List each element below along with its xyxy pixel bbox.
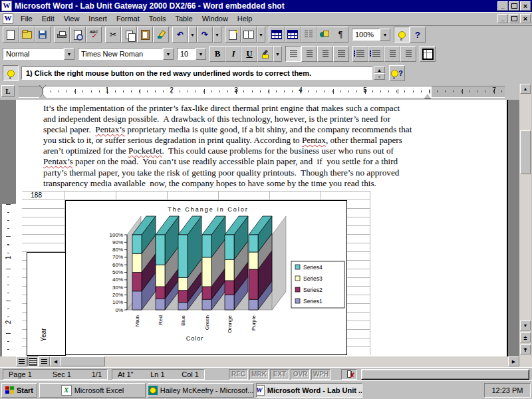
decrease-indent-button[interactable] bbox=[384, 46, 400, 62]
embedded-worksheet[interactable]: 188 Year MainRedBlueGreenOrangePurple100… bbox=[22, 191, 370, 355]
document-page[interactable]: It’s the implementation of the printer’s… bbox=[16, 100, 508, 356]
font-value[interactable]: Times New Roman bbox=[78, 48, 163, 60]
save-button[interactable] bbox=[35, 27, 51, 43]
previous-page-button[interactable]: ± bbox=[520, 332, 531, 342]
columns-button[interactable] bbox=[301, 27, 317, 43]
vertical-scroll-thumb[interactable] bbox=[520, 130, 531, 174]
normal-view-button[interactable] bbox=[16, 356, 27, 366]
address-book-dropdown[interactable]: ▼ bbox=[257, 27, 265, 43]
document-icon[interactable]: W bbox=[3, 13, 13, 24]
task-button-excel[interactable]: X Microsoft Excel bbox=[39, 383, 146, 398]
undo-dropdown-button[interactable]: ▼ bbox=[188, 27, 197, 43]
minimize-button[interactable]: _ bbox=[497, 1, 508, 11]
menu-table[interactable]: Table bbox=[170, 13, 197, 24]
restore-button[interactable] bbox=[509, 1, 519, 11]
worksheet-cell[interactable]: 188 bbox=[26, 192, 43, 200]
open-button[interactable] bbox=[19, 27, 35, 43]
paste-button[interactable] bbox=[137, 27, 153, 43]
insert-table-button[interactable] bbox=[269, 27, 285, 43]
horizontal-scroll-thumb[interactable] bbox=[60, 356, 105, 366]
address-book-button[interactable] bbox=[241, 27, 257, 43]
zoom-dropdown-button[interactable]: ▼ bbox=[380, 29, 390, 41]
align-center-button[interactable] bbox=[301, 46, 317, 62]
redo-dropdown-button[interactable]: ▼ bbox=[213, 27, 221, 43]
horizontal-scrollbar[interactable]: ◀ ▶ bbox=[0, 356, 532, 367]
menu-window[interactable]: Window bbox=[198, 13, 233, 24]
start-button[interactable]: Start bbox=[1, 383, 37, 398]
drawing-button[interactable] bbox=[317, 27, 332, 43]
underline-button[interactable]: U bbox=[241, 46, 257, 62]
mode-rec[interactable]: REC bbox=[229, 369, 248, 380]
style-dropdown-button[interactable]: ▼ bbox=[64, 48, 74, 60]
mode-ext[interactable]: EXT bbox=[270, 369, 289, 380]
mode-ovr[interactable]: OVR bbox=[291, 369, 310, 380]
menu-help[interactable]: Help bbox=[233, 13, 257, 24]
misspelled-word[interactable]: Pentax’s bbox=[43, 156, 73, 166]
spelling-status-indicator[interactable]: ✗ bbox=[341, 369, 357, 380]
bullets-button[interactable] bbox=[368, 46, 384, 62]
zoom-value[interactable]: 100% bbox=[352, 29, 380, 41]
horizontal-ruler[interactable]: 123457 bbox=[16, 82, 519, 100]
highlight-button[interactable] bbox=[257, 46, 273, 62]
menu-edit[interactable]: Edit bbox=[37, 13, 59, 24]
style-value[interactable]: Normal bbox=[3, 48, 64, 60]
new-document-button[interactable] bbox=[3, 27, 19, 43]
tip-bulb-button[interactable] bbox=[3, 65, 19, 81]
increase-indent-button[interactable] bbox=[400, 46, 416, 62]
scroll-up-button[interactable]: ▲ bbox=[520, 84, 531, 94]
menu-tools[interactable]: Tools bbox=[144, 13, 171, 24]
insert-excel-button[interactable] bbox=[285, 27, 301, 43]
font-dropdown-button[interactable]: ▼ bbox=[163, 48, 174, 60]
mode-mrk[interactable]: MRK bbox=[249, 369, 269, 380]
print-button[interactable] bbox=[54, 27, 70, 43]
borders-button[interactable] bbox=[420, 46, 436, 62]
format-painter-button[interactable] bbox=[153, 27, 169, 43]
justify-button[interactable] bbox=[333, 46, 349, 62]
vertical-scrollbar[interactable]: ▲ ▼ ± Ŧ bbox=[519, 84, 531, 356]
task-button-mail[interactable]: Hailey McKeefry - Microsof... bbox=[148, 383, 254, 398]
tab-alignment-button[interactable]: L bbox=[1, 85, 15, 97]
scroll-right-button[interactable]: ▶ bbox=[508, 356, 519, 366]
outline-view-button[interactable] bbox=[39, 356, 50, 366]
task-button-word[interactable]: W Microsoft Word - Lab Unit ... bbox=[256, 383, 362, 398]
misspelled-word[interactable]: Pentax bbox=[302, 135, 326, 145]
tip-next-button[interactable]: ▼ bbox=[374, 73, 385, 80]
menu-view[interactable]: View bbox=[59, 13, 84, 24]
numbering-button[interactable] bbox=[352, 46, 368, 62]
size-value[interactable]: 10 bbox=[177, 48, 196, 60]
menu-format[interactable]: Format bbox=[112, 13, 144, 24]
hanging-indent-marker[interactable] bbox=[39, 91, 46, 98]
undo-button[interactable]: ↶ bbox=[172, 27, 188, 43]
spelling-button[interactable]: ABC✓ bbox=[86, 27, 102, 43]
italic-button[interactable]: I bbox=[225, 46, 241, 62]
misspelled-word[interactable]: PocketJet bbox=[128, 146, 162, 156]
close-button[interactable]: × bbox=[520, 1, 531, 11]
tip-wizard-button[interactable] bbox=[394, 27, 410, 43]
align-left-button[interactable] bbox=[285, 46, 301, 62]
mode-wph[interactable]: WPH bbox=[311, 369, 331, 380]
doc-restore-button[interactable] bbox=[509, 14, 519, 23]
tip-help-button[interactable]: ? bbox=[389, 65, 405, 81]
autoformat-button[interactable]: ★ bbox=[225, 27, 241, 43]
doc-minimize-button[interactable]: _ bbox=[497, 14, 508, 23]
doc-close-button[interactable]: × bbox=[520, 14, 531, 23]
show-paragraph-button[interactable]: ¶ bbox=[332, 27, 348, 43]
embedded-chart[interactable]: MainRedBlueGreenOrangePurple100%90%80%70… bbox=[65, 200, 347, 355]
menu-file[interactable]: File bbox=[16, 13, 37, 24]
size-dropdown-button[interactable]: ▼ bbox=[196, 48, 206, 60]
page-layout-view-button[interactable] bbox=[27, 356, 39, 366]
highlight-dropdown[interactable]: ▼ bbox=[273, 46, 282, 62]
cut-button[interactable]: ✂ bbox=[105, 27, 121, 43]
misspelled-word[interactable]: Pentax’s bbox=[95, 124, 125, 134]
redo-button[interactable]: ↷ bbox=[197, 27, 213, 43]
document-paragraph[interactable]: It’s the implementation of the printer’s… bbox=[43, 103, 459, 189]
tip-previous-button[interactable]: ▲ bbox=[374, 66, 385, 73]
worksheet-year-cell[interactable]: Year bbox=[27, 252, 66, 356]
print-preview-button[interactable] bbox=[70, 27, 86, 43]
bold-button[interactable]: B bbox=[209, 46, 225, 62]
right-indent-marker[interactable] bbox=[424, 90, 431, 98]
next-page-button[interactable]: Ŧ bbox=[520, 344, 531, 354]
menu-insert[interactable]: Insert bbox=[84, 13, 112, 24]
align-right-button[interactable] bbox=[317, 46, 333, 62]
vertical-ruler[interactable]: 123 bbox=[1, 203, 16, 356]
